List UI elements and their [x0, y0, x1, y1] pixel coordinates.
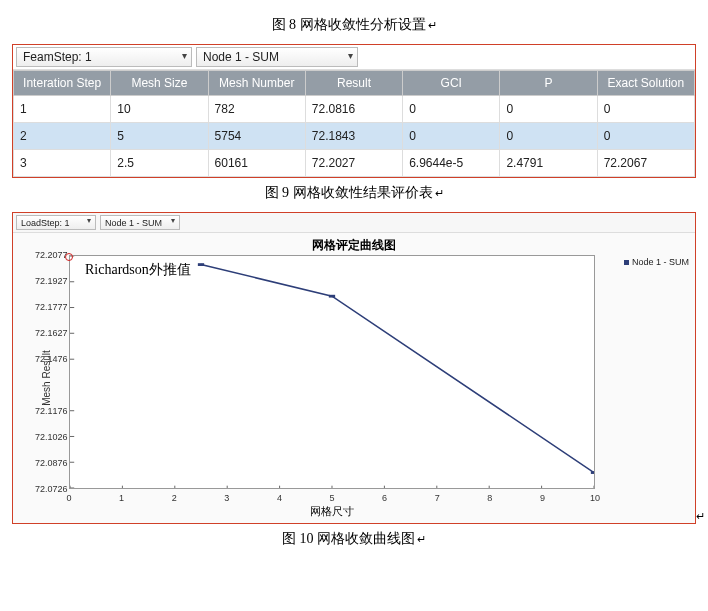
x-axis-label: 网格尺寸	[69, 504, 595, 519]
x-tick-label: 4	[277, 493, 282, 503]
feamstep-dropdown[interactable]: FeamStep: 1	[16, 47, 192, 67]
y-tick-label: 72.1026	[35, 432, 67, 442]
table-cell: 1	[14, 96, 111, 123]
x-tick-label: 9	[540, 493, 545, 503]
plot-svg	[70, 256, 594, 488]
results-table: Interation StepMesh SizeMesh NumberResul…	[13, 70, 695, 177]
chart-legend: Node 1 - SUM	[624, 257, 689, 267]
table-header: Interation Step	[14, 71, 111, 96]
table-cell: 0	[597, 123, 694, 150]
svg-rect-20	[198, 263, 204, 266]
table-cell: 0	[597, 96, 694, 123]
table-cell: 10	[111, 96, 208, 123]
convergence-table-block: FeamStep: 1 Node 1 - SUM Interation Step…	[12, 44, 696, 178]
x-tick-label: 10	[590, 493, 600, 503]
table-cell: 2.4791	[500, 150, 597, 177]
convergence-chart-block: LoadStep: 1 Node 1 - SUM 网格评定曲线图 Node 1 …	[12, 212, 696, 524]
fig8-caption: 图 8 网格收敛性分析设置↵	[12, 16, 696, 34]
x-tick-label: 1	[119, 493, 124, 503]
chart-node-dropdown[interactable]: Node 1 - SUM	[100, 215, 180, 230]
table-cell: 0	[500, 123, 597, 150]
table-header: Mesh Size	[111, 71, 208, 96]
y-tick-label: 72.0726	[35, 484, 67, 494]
table-header: Mesh Number	[208, 71, 305, 96]
y-tick-label: 72.1176	[35, 406, 67, 416]
y-tick-label: 72.1927	[35, 276, 67, 286]
table-cell: 2	[14, 123, 111, 150]
svg-rect-22	[591, 471, 594, 474]
table-cell: 3	[14, 150, 111, 177]
table-cell: 0	[403, 96, 500, 123]
legend-label: Node 1 - SUM	[632, 257, 689, 267]
table-row[interactable]: 11078272.0816000	[14, 96, 695, 123]
y-tick-label: 72.1777	[35, 302, 67, 312]
y-tick-label: 72.2077	[35, 250, 67, 260]
fig9-caption: 图 9 网格收敛性结果评价表↵	[12, 184, 696, 202]
table-header: Result	[305, 71, 402, 96]
table-cell: 0	[403, 123, 500, 150]
table-cell: 72.0816	[305, 96, 402, 123]
x-tick-label: 3	[224, 493, 229, 503]
chart-node-dropdown-label: Node 1 - SUM	[105, 218, 162, 228]
paragraph-mark: ↵	[696, 510, 705, 523]
table-cell: 5	[111, 123, 208, 150]
chart-toolbar: LoadStep: 1 Node 1 - SUM	[13, 213, 695, 233]
chart-title: 网格评定曲线图	[13, 237, 695, 254]
table-cell: 0	[500, 96, 597, 123]
y-tick-label: 72.1476	[35, 354, 67, 364]
table-header: Exact Solution	[597, 71, 694, 96]
richardson-marker	[65, 253, 73, 261]
y-tick-label: 72.1627	[35, 328, 67, 338]
table-header: GCI	[403, 71, 500, 96]
x-tick-label: 0	[66, 493, 71, 503]
table-cell: 782	[208, 96, 305, 123]
fig10-caption: 图 10 网格收敛曲线图↵	[12, 530, 696, 548]
x-tick-label: 5	[329, 493, 334, 503]
x-tick-label: 2	[172, 493, 177, 503]
x-tick-label: 6	[382, 493, 387, 503]
y-tick-label: 72.0876	[35, 458, 67, 468]
table-row[interactable]: 25575472.1843000	[14, 123, 695, 150]
node-dropdown[interactable]: Node 1 - SUM	[196, 47, 358, 67]
table-cell: 2.5	[111, 150, 208, 177]
feamstep-dropdown-label: FeamStep: 1	[23, 50, 92, 64]
svg-rect-21	[329, 295, 335, 298]
x-tick-label: 8	[487, 493, 492, 503]
table-row[interactable]: 32.56016172.20276.9644e-52.479172.2067	[14, 150, 695, 177]
richardson-annotation: Richardson外推值	[85, 261, 191, 279]
plot-region	[69, 255, 595, 489]
legend-swatch	[624, 260, 629, 265]
node-dropdown-label: Node 1 - SUM	[203, 50, 279, 64]
table-cell: 6.9644e-5	[403, 150, 500, 177]
table-header: P	[500, 71, 597, 96]
loadstep-dropdown-label: LoadStep: 1	[21, 218, 70, 228]
table-cell: 72.1843	[305, 123, 402, 150]
loadstep-dropdown[interactable]: LoadStep: 1	[16, 215, 96, 230]
chart-area: 网格评定曲线图 Node 1 - SUM Mesh Result 网格尺寸 72…	[13, 233, 695, 523]
table-cell: 60161	[208, 150, 305, 177]
table-toolbar: FeamStep: 1 Node 1 - SUM	[13, 45, 695, 70]
x-tick-label: 7	[435, 493, 440, 503]
table-cell: 72.2027	[305, 150, 402, 177]
table-cell: 72.2067	[597, 150, 694, 177]
table-cell: 5754	[208, 123, 305, 150]
